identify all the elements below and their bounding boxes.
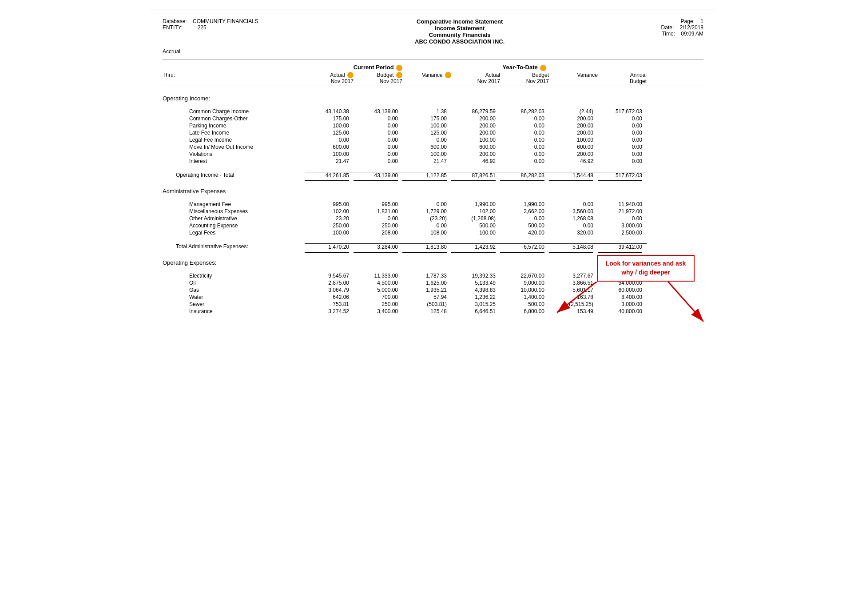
sort-icon-current[interactable] <box>396 65 402 71</box>
report-title1: Comparative Income Statement <box>415 18 505 25</box>
ae-total-actual: 1,470.20 <box>305 243 354 250</box>
header-right: Page: 1 Date: 2/12/2018 Time: 09:09 AM <box>661 18 703 45</box>
label-cell: Accounting Expense <box>163 223 305 229</box>
entity-row: ENTITY: 225 <box>163 24 258 31</box>
annual-cell: 3,000.00 <box>598 223 647 229</box>
annual-cell: 0.00 <box>598 151 647 157</box>
actual-cell: 642.06 <box>305 294 354 300</box>
admin-expenses-section-title: Administrative Expenses <box>163 188 703 195</box>
date-label: Date: <box>661 24 674 31</box>
actual-cell: 0.00 <box>305 137 354 143</box>
actual-cell: 21.47 <box>305 158 354 164</box>
sort-icon-actual[interactable] <box>347 72 354 78</box>
thru-label: Thru: <box>163 72 305 85</box>
annotation-area: Look for variances and ask why / dig dee… <box>597 255 695 281</box>
ytd_budget-cell: 9,000.00 <box>500 280 549 286</box>
sort-icon-ytd[interactable] <box>540 65 546 71</box>
variance-cell: 175.00 <box>402 115 451 122</box>
variance-cell: 100.00 <box>402 123 451 129</box>
page-label: Page: <box>681 18 695 24</box>
time-value: 09:09 AM <box>681 31 703 37</box>
table-row: Accounting Expense250.00250.000.00500.00… <box>163 222 703 229</box>
table-row: Insurance3,274.523,400.00125.486,646.516… <box>163 308 703 315</box>
ytd-budget-col-header: Budget Nov 2017 <box>500 72 549 85</box>
actual-cell: 2,875.00 <box>305 280 354 286</box>
page-row: Page: 1 <box>661 18 703 24</box>
ytd_actual-cell: 102.00 <box>451 208 500 215</box>
variance-cell: 0.00 <box>402 137 451 143</box>
ae-double-underline <box>163 252 703 254</box>
actual-col-header: Actual Nov 2017 <box>305 72 354 85</box>
entity-label: ENTITY: <box>163 24 183 31</box>
operating-income-total-row: Operating Income - Total 44,261.85 43,13… <box>163 171 703 179</box>
budget-cell: 208.00 <box>354 230 402 236</box>
ytd-variance-col-header: Variance <box>549 72 598 85</box>
budget-cell: 1,831.00 <box>354 208 402 215</box>
label-cell: Other Administrative <box>163 215 305 222</box>
annual-cell: 0.00 <box>598 137 647 143</box>
label-cell: Oil <box>163 280 305 286</box>
label-cell: Common Charges-Other <box>163 115 305 122</box>
oi-total-annual: 517,672.03 <box>598 172 647 179</box>
database-value: COMMUNITY FINANCIALS <box>193 18 258 24</box>
date-value: 2/12/2018 <box>680 24 703 31</box>
actual-cell: 100.00 <box>305 230 354 236</box>
ytd_variance-cell: 0.00 <box>549 201 598 207</box>
annual-cell: 0.00 <box>598 130 647 136</box>
ytd_budget-cell: 420.00 <box>500 230 549 236</box>
actual-cell: 753.81 <box>305 301 354 307</box>
annual-cell: 2,500.00 <box>598 230 647 236</box>
column-group-headers: Current Period Year-To-Date <box>305 64 703 71</box>
ytd_actual-cell: 4,398.83 <box>451 287 500 293</box>
variance-cell: (503.81) <box>402 301 451 307</box>
budget-cell: 0.00 <box>354 151 402 157</box>
ytd_variance-cell: 3,560.00 <box>549 208 598 215</box>
ytd_variance-cell: 200.00 <box>549 115 598 122</box>
current-period-group-label: Current Period <box>305 64 451 71</box>
column-sub-headers: Thru: Actual Nov 2017 Budget Nov 2017 Va… <box>163 72 703 87</box>
ytd_actual-cell: 500.00 <box>451 223 500 229</box>
budget-cell: 995.00 <box>354 201 402 207</box>
operating-income-section-title: Operating Income: <box>163 95 703 102</box>
ytd_budget-cell: 0.00 <box>500 123 549 129</box>
ytd_actual-cell: 200.00 <box>451 130 500 136</box>
actual-cell: 43,140.38 <box>305 108 354 115</box>
sort-icon-variance[interactable] <box>445 72 451 78</box>
ytd_actual-cell: 200.00 <box>451 151 500 157</box>
table-row: Common Charge Income43,140.3843,139.001.… <box>163 108 703 115</box>
report-title3: Community Financials <box>415 32 505 38</box>
ytd_actual-cell: 200.00 <box>451 123 500 129</box>
variance-cell: 125.00 <box>402 130 451 136</box>
annual-cell: 21,972.00 <box>598 208 647 215</box>
label-cell: Common Charge Income <box>163 108 305 115</box>
ytd_actual-cell: 600.00 <box>451 144 500 150</box>
label-cell: Legal Fees <box>163 230 305 236</box>
variance-cell: 108.00 <box>402 230 451 236</box>
sort-icon-budget[interactable] <box>396 72 402 78</box>
ae-total-ytd-budget: 6,572.00 <box>500 243 549 250</box>
table-row: Sewer753.81250.00(503.81)3,015.25500.00(… <box>163 301 703 308</box>
variance-cell: (23.20) <box>402 215 451 222</box>
ytd_actual-cell: 86,279.59 <box>451 108 500 115</box>
date-row: Date: 2/12/2018 <box>661 24 703 31</box>
database-label: Database: <box>163 18 187 24</box>
table-row: Legal Fees100.00208.00108.00100.00420.00… <box>163 229 703 236</box>
budget-cell: 0.00 <box>354 215 402 222</box>
label-cell: Electricity <box>163 273 305 279</box>
variance-cell: 600.00 <box>402 144 451 150</box>
label-cell: Management Fee <box>163 201 305 207</box>
report-header: Database: COMMUNITY FINANCIALS ENTITY: 2… <box>163 18 703 45</box>
actual-cell: 3,274.52 <box>305 308 354 314</box>
ytd_variance-cell: 200.00 <box>549 151 598 157</box>
actual-cell: 995.00 <box>305 201 354 207</box>
oi-total-label: Operating Income - Total <box>163 172 305 179</box>
database-row: Database: COMMUNITY FINANCIALS <box>163 18 258 24</box>
ytd_budget-cell: 1,400.00 <box>500 294 549 300</box>
actual-cell: 175.00 <box>305 115 354 122</box>
variance-cell: 1,787.33 <box>402 273 451 279</box>
basis-label: Accrual <box>163 48 703 55</box>
label-cell: Move In/ Move Out Income <box>163 144 305 150</box>
ytd_budget-cell: 6,800.00 <box>500 308 549 314</box>
annual-budget-col-header: Annual Budget <box>598 72 647 85</box>
svg-line-1 <box>557 282 597 313</box>
